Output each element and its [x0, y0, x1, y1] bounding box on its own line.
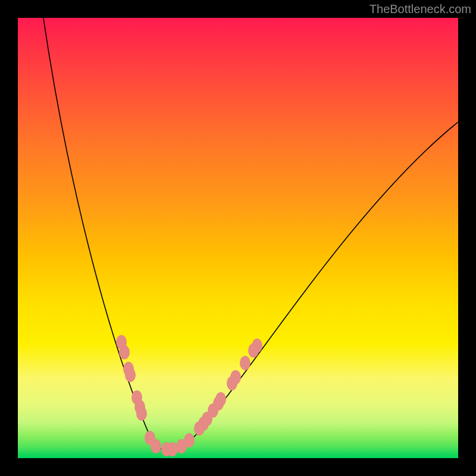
- gradient-background: [18, 18, 458, 458]
- watermark-text: TheBottleneck.com: [369, 2, 471, 16]
- chart-frame: TheBottleneck.com: [0, 0, 476, 476]
- plot-area: [18, 18, 458, 458]
